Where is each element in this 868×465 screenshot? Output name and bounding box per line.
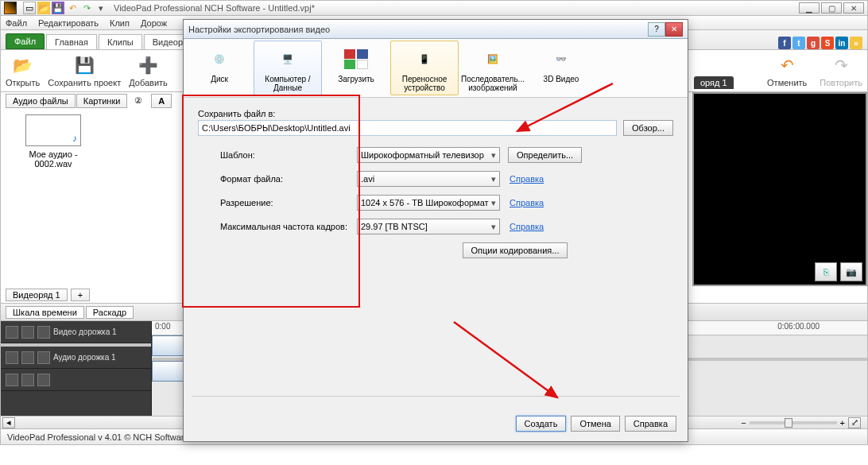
qat-save-icon[interactable]: 💾: [52, 2, 64, 14]
cancel-button[interactable]: Отмена: [571, 416, 619, 432]
preset-select[interactable]: Широкоформатный телевизор: [357, 147, 500, 163]
upload-icon: [339, 45, 373, 73]
save-project-button[interactable]: 💾 Сохранить проект: [48, 54, 121, 87]
scroll-left-icon[interactable]: ◂: [2, 417, 15, 428]
export-dialog: Настройки экспортирования видео ? ✕ 💿 Ди…: [183, 19, 688, 442]
add-icon: ➕: [138, 54, 160, 76]
qat-open-icon[interactable]: 📂: [37, 2, 50, 14]
social-linkedin-icon[interactable]: in: [835, 37, 848, 49]
undo-button[interactable]: ↶ Отменить: [767, 54, 807, 87]
qat-dropdown-icon[interactable]: ▾: [95, 2, 107, 14]
export-upload[interactable]: Загрузить: [322, 41, 390, 95]
audio-track-header-2[interactable]: [1, 369, 151, 391]
preview-snapshot-icon[interactable]: 📷: [840, 262, 862, 281]
export-3d[interactable]: 👓 3D Видео: [527, 41, 595, 95]
dialog-titlebar: Настройки экспортирования видео ? ✕: [184, 20, 688, 39]
image-sequence-icon: 🖼️: [476, 45, 510, 73]
media-item[interactable]: Мое аудио - 0002.wav: [14, 114, 93, 169]
menu-clip[interactable]: Клип: [110, 18, 130, 28]
menu-track[interactable]: Дорож: [141, 18, 167, 28]
format-select[interactable]: .avi: [357, 171, 500, 187]
export-disk[interactable]: 💿 Диск: [185, 41, 254, 95]
browse-button[interactable]: Обзор...: [623, 120, 673, 136]
save-project-label: Сохранить проект: [48, 78, 121, 87]
minimize-button[interactable]: ▁: [799, 2, 820, 14]
track-amenu-icon[interactable]: [37, 351, 50, 364]
sequence-tab-1[interactable]: Видеоряд 1: [6, 289, 68, 301]
media-tab-badge: ②: [128, 94, 149, 108]
qat-icon-1[interactable]: ▭: [23, 2, 36, 14]
sequence-add-tab[interactable]: +: [71, 289, 90, 301]
resolution-value: 1024 x 576 - ТВ Широкоформат: [361, 198, 489, 207]
social-share-icon[interactable]: »: [850, 37, 862, 49]
svg-line-1: [454, 322, 557, 397]
dialog-close-button[interactable]: ✕: [665, 22, 683, 37]
menu-file[interactable]: Файл: [6, 18, 27, 28]
track-amenu-icon-2[interactable]: [37, 374, 50, 386]
undo-label: Отменить: [767, 78, 807, 87]
save-path-input[interactable]: [198, 120, 617, 136]
redo-button[interactable]: ↷ Повторить: [820, 54, 862, 87]
media-tab-a[interactable]: A: [151, 94, 172, 108]
open-button[interactable]: 📂 Открыть: [6, 54, 40, 87]
export-image-sequence[interactable]: 🖼️ Последователь... изображений: [459, 41, 527, 95]
track-solo-icon-2[interactable]: [21, 374, 34, 386]
track-mute-icon-2[interactable]: [6, 374, 18, 386]
export-computer[interactable]: 🖥️ Компьютер / Данные: [254, 41, 322, 95]
encoding-options-button[interactable]: Опции кодирования...: [463, 242, 568, 258]
export-target-toolbar: 💿 Диск 🖥️ Компьютер / Данные Загрузить 📱…: [184, 39, 688, 98]
resolution-select[interactable]: 1024 x 576 - ТВ Широкоформат: [357, 195, 500, 211]
track-solo-icon[interactable]: [21, 351, 34, 364]
preview-split-icon[interactable]: ⎘: [815, 262, 837, 281]
social-twitter-icon[interactable]: t: [792, 37, 805, 49]
add-button[interactable]: ➕ Добавить: [129, 54, 168, 87]
track-mute-icon[interactable]: [6, 351, 18, 364]
social-google-icon[interactable]: g: [807, 37, 820, 49]
social-stumble-icon[interactable]: S: [821, 37, 834, 49]
preview-tab[interactable]: оряд 1: [694, 76, 734, 89]
audio-track-label: Аудио дорожка 1: [53, 353, 116, 362]
timeline-tab-timeline[interactable]: Шкала времени: [6, 306, 84, 319]
zoom-fit-icon[interactable]: ⤢: [848, 417, 861, 428]
track-menu-icon[interactable]: [37, 326, 50, 339]
qat-undo-icon[interactable]: ↶: [66, 2, 79, 14]
zoom-in-icon[interactable]: +: [840, 418, 845, 428]
qat-redo-icon[interactable]: ↷: [80, 2, 93, 14]
menu-edit[interactable]: Редактировать: [38, 18, 99, 28]
ribbon-file-tab[interactable]: Файл: [6, 33, 45, 49]
close-button[interactable]: ✕: [843, 2, 864, 14]
video-track-label: Видео дорожка 1: [53, 327, 117, 336]
export-disk-label: Диск: [186, 75, 253, 83]
window-titlebar: ▭ 📂 💾 ↶ ↷ ▾ VideoPad Professional NCH So…: [0, 0, 868, 16]
dialog-help-button[interactable]: ?: [648, 22, 665, 37]
timeline-tab-storyboard[interactable]: Раскадр: [86, 306, 134, 319]
resolution-help-link[interactable]: Справка: [510, 198, 544, 207]
track-lock-icon[interactable]: [21, 326, 34, 339]
ribbon-tab-home[interactable]: Главная: [46, 34, 97, 49]
fps-select[interactable]: 29.97 [ТВ NTSC]: [357, 219, 500, 234]
window-title: VideoPad Professional NCH Software - Unt…: [114, 3, 315, 13]
media-tab-images[interactable]: Картинки: [76, 94, 128, 108]
media-tab-audio[interactable]: Аудио файлы: [6, 94, 76, 108]
time-tick-6: 0:06:00.000: [777, 322, 820, 331]
track-eye-icon[interactable]: [6, 326, 18, 339]
redo-icon: ↷: [830, 54, 852, 76]
video-track-header[interactable]: Видео дорожка 1: [1, 321, 151, 343]
audio-clip[interactable]: [152, 361, 184, 382]
export-3d-label: 3D Видео: [528, 75, 595, 83]
export-portable[interactable]: 📱 Переносное устройство: [390, 41, 459, 95]
help-button[interactable]: Справка: [625, 416, 676, 432]
maximize-button[interactable]: ▢: [821, 2, 842, 14]
fps-help-link[interactable]: Справка: [510, 222, 544, 231]
audio-track-header[interactable]: Аудио дорожка 1: [1, 347, 151, 369]
detect-button[interactable]: Определить...: [508, 147, 582, 163]
zoom-out-icon[interactable]: −: [741, 418, 746, 428]
social-facebook-icon[interactable]: f: [778, 37, 791, 49]
video-clip[interactable]: [152, 335, 184, 356]
export-image-sequence-label: Последователь... изображений: [459, 75, 526, 92]
zoom-slider[interactable]: [750, 421, 837, 424]
create-button[interactable]: Создать: [516, 416, 567, 432]
3d-glasses-icon: 👓: [544, 45, 578, 73]
ribbon-tab-clips[interactable]: Клипы: [99, 34, 142, 49]
format-help-link[interactable]: Справка: [510, 174, 544, 184]
